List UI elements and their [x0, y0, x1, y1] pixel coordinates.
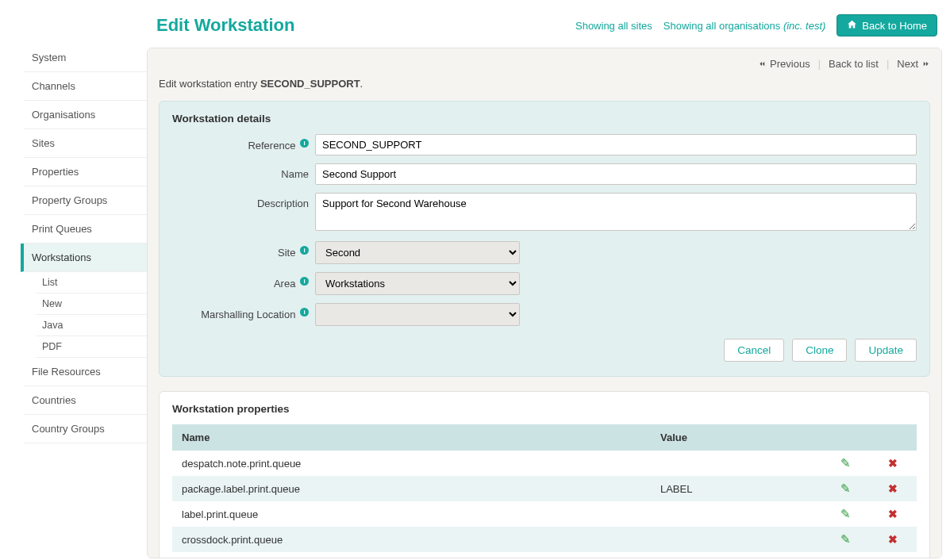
- prop-name: label.print.queue: [172, 501, 651, 527]
- sidebar-item-sites[interactable]: Sites: [24, 129, 147, 158]
- sidebar-item-properties[interactable]: Properties: [24, 158, 147, 186]
- properties-section-title: Workstation properties: [172, 403, 917, 415]
- area-label: Area: [274, 278, 295, 290]
- previous-link[interactable]: Previous: [758, 58, 810, 70]
- table-row: crossdock.print.queue✎✖: [172, 527, 917, 552]
- edit-icon[interactable]: ✎: [840, 481, 851, 495]
- update-button[interactable]: Update: [855, 339, 917, 362]
- description-label: Description: [257, 198, 309, 209]
- delete-icon[interactable]: ✖: [888, 457, 898, 470]
- edit-icon[interactable]: ✎: [840, 558, 851, 558]
- reference-label: Reference: [248, 140, 295, 152]
- table-row: label.print.queue✎✖: [172, 501, 917, 527]
- sidebar-item-print-queues[interactable]: Print Queues: [24, 215, 147, 244]
- marshalling-label: Marshalling Location: [201, 309, 295, 320]
- prop-value: [651, 552, 821, 558]
- chevron-right-double-icon: [921, 59, 930, 68]
- prop-value: [651, 501, 821, 527]
- edit-icon[interactable]: ✎: [840, 532, 851, 546]
- prop-value: [651, 527, 821, 552]
- main-content: Edit Workstation Showing all sites Showi…: [147, 0, 950, 560]
- workstation-properties-card: Workstation properties Name Value despat…: [159, 391, 930, 558]
- prop-name: package.label.print.queue: [172, 476, 651, 501]
- back-to-home-button[interactable]: Back to Home: [837, 14, 937, 36]
- delete-icon[interactable]: ✖: [888, 482, 898, 495]
- marshalling-select[interactable]: [315, 303, 520, 326]
- sidebar-item-country-groups[interactable]: Country Groups: [24, 415, 147, 443]
- info-icon[interactable]: i: [300, 246, 309, 255]
- edit-icon[interactable]: ✎: [840, 507, 851, 520]
- prop-name: despatch.note.print.queue: [172, 451, 651, 476]
- clone-button[interactable]: Clone: [792, 339, 847, 362]
- sidebar-sub-new[interactable]: New: [36, 293, 147, 315]
- info-icon[interactable]: i: [300, 277, 309, 286]
- site-select[interactable]: Second: [315, 241, 520, 264]
- sidebar-sub-java[interactable]: Java: [36, 315, 147, 336]
- sidebar-item-organisations[interactable]: Organisations: [24, 101, 147, 129]
- table-row: package.label.print.queueLABEL✎✖: [172, 476, 917, 501]
- delete-icon[interactable]: ✖: [888, 508, 898, 520]
- area-select[interactable]: Workstations: [315, 272, 520, 295]
- back-to-list-link[interactable]: Back to list: [829, 58, 879, 70]
- sidebar-item-workstations[interactable]: Workstations: [21, 244, 147, 272]
- prop-value: LABEL: [651, 476, 821, 501]
- sidebar-item-channels[interactable]: Channels: [24, 72, 147, 101]
- properties-table: Name Value despatch.note.print.queue✎✖pa…: [172, 424, 917, 558]
- sidebar-sub-list[interactable]: List: [36, 272, 147, 293]
- prop-name: crossdock.print.queue: [172, 527, 651, 552]
- delete-icon[interactable]: ✖: [888, 533, 898, 546]
- showing-sites-link[interactable]: Showing all sites: [575, 20, 652, 32]
- sidebar-item-file-resources[interactable]: File Resources: [24, 358, 147, 386]
- col-value: Value: [651, 424, 821, 451]
- table-row: despatch.note.print.queue✎✖: [172, 451, 917, 476]
- edit-intro: Edit workstation entry SECOND_SUPPORT.: [148, 75, 941, 101]
- sidebar: System Channels Organisations Sites Prop…: [0, 0, 147, 560]
- cancel-button[interactable]: Cancel: [724, 339, 784, 362]
- sidebar-item-system[interactable]: System: [24, 44, 147, 72]
- name-input[interactable]: [315, 163, 917, 185]
- site-label: Site: [278, 247, 295, 259]
- page-title: Edit Workstation: [156, 15, 294, 36]
- col-name: Name: [172, 424, 651, 451]
- prop-name: shipment.batch.print.queue: [172, 552, 651, 558]
- table-row: shipment.batch.print.queue✎✖: [172, 552, 917, 558]
- chevron-left-double-icon: [758, 59, 767, 68]
- name-label: Name: [281, 168, 309, 180]
- prop-value: [651, 451, 821, 476]
- showing-orgs-link[interactable]: Showing all organisations (inc. test): [663, 20, 826, 32]
- info-icon[interactable]: i: [300, 308, 309, 316]
- details-section-title: Workstation details: [172, 113, 917, 125]
- home-icon: [847, 19, 857, 32]
- workstation-details-card: Workstation details Reference i Name: [159, 101, 930, 377]
- description-textarea[interactable]: Support for Second Warehouse: [315, 193, 917, 231]
- info-icon[interactable]: i: [300, 139, 309, 148]
- edit-icon[interactable]: ✎: [840, 456, 851, 470]
- next-link[interactable]: Next: [897, 58, 930, 70]
- sidebar-sub-pdf[interactable]: PDF: [36, 336, 147, 358]
- reference-input[interactable]: [315, 134, 917, 155]
- sidebar-item-property-groups[interactable]: Property Groups: [24, 186, 147, 215]
- sidebar-item-countries[interactable]: Countries: [24, 386, 147, 415]
